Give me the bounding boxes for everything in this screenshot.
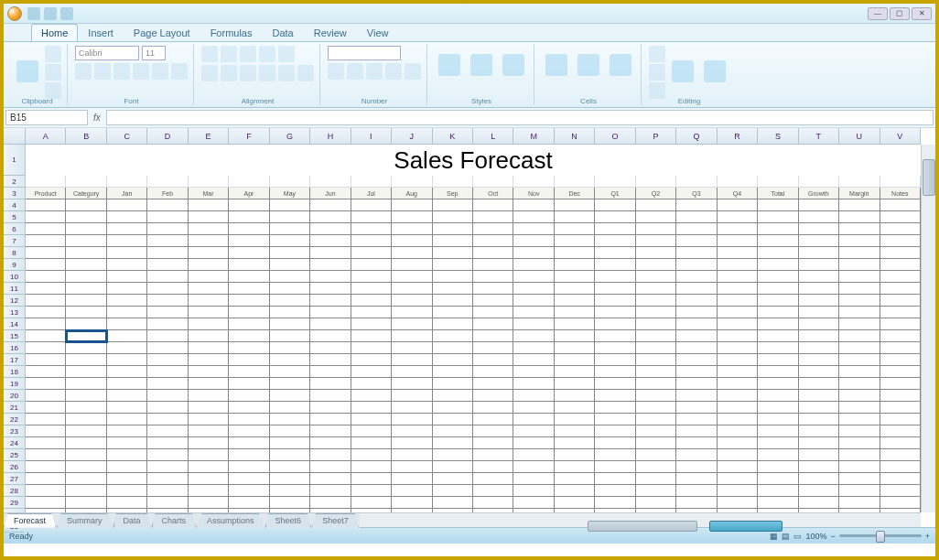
cell[interactable] (799, 318, 839, 330)
cell[interactable] (839, 295, 880, 307)
tab-insert[interactable]: Insert (78, 24, 124, 41)
cell[interactable] (555, 425, 595, 437)
cell[interactable] (107, 223, 147, 235)
cell[interactable] (392, 199, 432, 211)
cell[interactable] (718, 271, 758, 283)
row-header[interactable]: 7 (4, 235, 25, 247)
cell[interactable] (839, 473, 880, 485)
cell[interactable] (595, 342, 635, 354)
cell[interactable] (636, 390, 676, 402)
cell[interactable] (147, 497, 188, 509)
cell[interactable] (880, 354, 921, 366)
sheet-tab[interactable]: Sheet6 (265, 513, 312, 528)
cell[interactable] (880, 366, 921, 378)
view-normal-button[interactable]: ▦ (770, 532, 778, 541)
cell[interactable] (758, 437, 798, 449)
cell[interactable] (473, 247, 513, 259)
cell[interactable] (799, 307, 839, 318)
font-size-select[interactable] (142, 46, 166, 60)
cell[interactable] (799, 473, 839, 485)
cell[interactable] (351, 497, 392, 509)
cell[interactable] (758, 271, 798, 283)
cell[interactable] (310, 223, 351, 235)
cell[interactable] (880, 247, 921, 259)
cell[interactable] (147, 366, 188, 378)
table-column-header[interactable]: Total (758, 188, 798, 199)
cell[interactable] (676, 402, 717, 414)
cell[interactable] (676, 378, 717, 390)
table-column-header[interactable]: Growth (799, 188, 839, 199)
cell[interactable] (839, 223, 880, 235)
cell[interactable] (799, 402, 839, 414)
row-header[interactable]: 12 (4, 295, 25, 307)
column-header[interactable]: I (351, 128, 392, 144)
cell[interactable] (310, 473, 351, 485)
cell[interactable] (513, 497, 554, 509)
cell[interactable] (26, 211, 66, 223)
cell[interactable] (229, 223, 269, 235)
cell[interactable] (147, 295, 188, 307)
table-column-header[interactable]: May (270, 188, 310, 199)
sheet-tab[interactable]: Data (113, 513, 151, 528)
cell[interactable] (636, 283, 676, 295)
column-header[interactable]: M (513, 128, 554, 144)
cell[interactable] (880, 497, 921, 509)
column-header[interactable]: U (839, 128, 880, 144)
table-column-header[interactable]: Sep (433, 188, 473, 199)
cell[interactable] (513, 402, 554, 414)
cell[interactable] (107, 307, 147, 318)
sheet-tab[interactable]: Assumptions (197, 513, 264, 528)
sheet-tab[interactable]: Sheet7 (312, 513, 359, 528)
cell[interactable] (26, 425, 66, 437)
cell[interactable] (351, 295, 392, 307)
cell[interactable] (433, 283, 473, 295)
cell[interactable] (839, 211, 880, 223)
cell[interactable] (555, 295, 595, 307)
cell[interactable] (555, 437, 595, 449)
cell[interactable] (758, 402, 798, 414)
cell[interactable] (229, 342, 269, 354)
cell[interactable] (595, 223, 635, 235)
cell[interactable] (676, 366, 717, 378)
cell[interactable] (718, 318, 758, 330)
cell[interactable] (758, 390, 798, 402)
fill-color-button[interactable] (152, 63, 168, 80)
cell[interactable] (676, 330, 717, 342)
cell[interactable] (718, 176, 758, 188)
cell[interactable] (107, 176, 147, 188)
cell[interactable] (595, 378, 635, 390)
cell[interactable] (473, 235, 513, 247)
column-header[interactable]: Q (676, 128, 717, 144)
undo-icon[interactable] (44, 7, 57, 20)
cell[interactable] (880, 271, 921, 283)
cell[interactable] (189, 402, 229, 414)
cell[interactable] (26, 354, 66, 366)
cell[interactable] (636, 354, 676, 366)
cell[interactable] (433, 295, 473, 307)
cell[interactable] (351, 271, 392, 283)
column-header[interactable]: H (310, 128, 351, 144)
column-header[interactable]: P (636, 128, 676, 144)
cell[interactable] (636, 378, 676, 390)
cell[interactable] (555, 378, 595, 390)
row-header[interactable]: 3 (4, 188, 25, 199)
cell[interactable] (513, 473, 554, 485)
cell[interactable] (758, 223, 798, 235)
cell[interactable] (66, 247, 106, 259)
cell[interactable] (636, 295, 676, 307)
cell[interactable] (351, 235, 392, 247)
cell[interactable] (473, 307, 513, 318)
cell[interactable] (107, 199, 147, 211)
cell[interactable] (392, 176, 432, 188)
cell[interactable] (189, 318, 229, 330)
sheet-tab[interactable]: Forecast (4, 513, 56, 528)
sort-filter-button[interactable] (668, 52, 697, 92)
cell[interactable] (229, 295, 269, 307)
cell[interactable] (555, 259, 595, 271)
cell[interactable] (595, 414, 635, 425)
cell[interactable] (799, 295, 839, 307)
cell[interactable] (229, 176, 269, 188)
cell[interactable] (147, 378, 188, 390)
cell[interactable] (189, 485, 229, 497)
cell[interactable] (839, 247, 880, 259)
